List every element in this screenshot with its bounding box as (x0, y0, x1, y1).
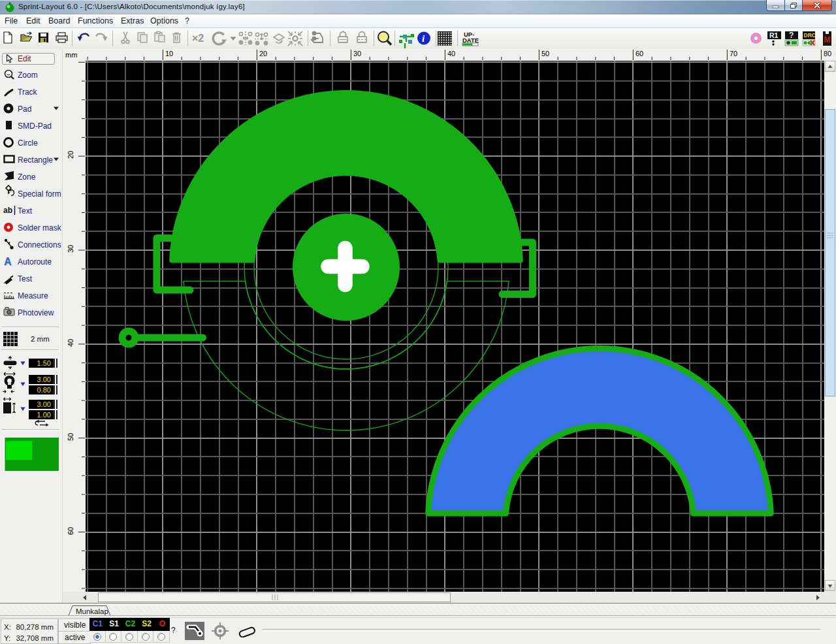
svg-text:60: 60 (67, 527, 74, 535)
svg-text:20: 20 (67, 151, 74, 159)
svg-text:20: 20 (259, 50, 267, 57)
svg-text:×2: ×2 (192, 33, 204, 44)
svg-text:Circle: Circle (18, 138, 38, 148)
svg-text:Photoview: Photoview (18, 308, 54, 317)
svg-text:30: 30 (353, 50, 361, 57)
svg-text:Solder mask: Solder mask (18, 223, 62, 233)
svg-text:40: 40 (447, 50, 455, 57)
svg-text:A: A (4, 256, 12, 267)
svg-text:40: 40 (67, 339, 74, 347)
svg-text:Text: Text (18, 206, 33, 216)
svg-text:DRC: DRC (804, 32, 816, 39)
svg-text:50: 50 (67, 433, 74, 441)
svg-text:Autoroute: Autoroute (18, 257, 52, 266)
svg-text:M: M (824, 35, 831, 44)
svg-text:Munkalap: Munkalap (76, 607, 108, 615)
svg-text:Rectangle: Rectangle (18, 155, 53, 165)
svg-text:Measure: Measure (18, 291, 48, 300)
svg-text:Connections: Connections (18, 240, 61, 250)
svg-text:Zone: Zone (18, 172, 36, 182)
svg-text:80: 80 (824, 50, 831, 57)
svg-text:Track: Track (18, 88, 38, 97)
svg-text:Special form: Special form (18, 189, 61, 199)
svg-text:60: 60 (635, 50, 643, 57)
svg-text:SMD-Pad: SMD-Pad (18, 121, 52, 131)
svg-text:30: 30 (67, 245, 74, 253)
svg-text:10: 10 (165, 50, 173, 57)
svg-text:50: 50 (541, 50, 549, 57)
svg-text:R1: R1 (769, 31, 779, 39)
svg-text:DATE: DATE (462, 37, 479, 44)
svg-text:ab: ab (3, 206, 12, 215)
svg-text:Test: Test (18, 274, 33, 283)
svg-text:Zoom: Zoom (18, 71, 38, 80)
svg-text:70: 70 (730, 50, 737, 57)
svg-text:2 mm: 2 mm (31, 335, 50, 343)
svg-text:mm: mm (65, 51, 77, 59)
svg-text:Pad: Pad (18, 105, 31, 114)
svg-text:Edit: Edit (18, 54, 31, 63)
svg-text:?: ? (789, 31, 794, 40)
